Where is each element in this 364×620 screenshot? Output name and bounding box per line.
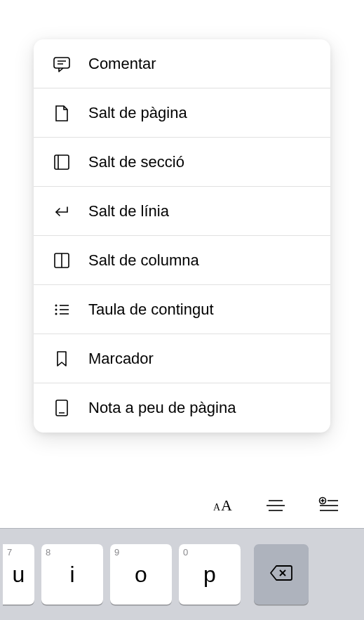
menu-item-column-break[interactable]: Salt de columna — [34, 236, 330, 285]
page-break-icon — [50, 102, 73, 124]
svg-point-9 — [55, 312, 58, 315]
menu-label: Salt de columna — [88, 251, 199, 270]
menu-label: Nota a peu de pàgina — [88, 399, 236, 417]
insert-button[interactable] — [314, 490, 344, 521]
menu-item-footnote[interactable]: Nota a peu de pàgina — [34, 383, 330, 433]
key-hint: 7 — [7, 547, 12, 558]
insert-menu-popover: Comentar Salt de pàgina Salt de secció S… — [34, 39, 330, 433]
key-letter: u — [13, 562, 25, 588]
menu-item-comment[interactable]: Comentar — [34, 39, 330, 88]
svg-text:A: A — [221, 496, 232, 514]
footnote-icon — [50, 397, 73, 419]
menu-item-bookmark[interactable]: Marcador — [34, 334, 330, 383]
backspace-icon — [269, 563, 294, 586]
svg-rect-0 — [54, 58, 69, 68]
comment-icon — [50, 53, 73, 75]
key-letter: o — [135, 562, 147, 588]
key-u[interactable]: 7 u — [3, 544, 34, 605]
key-hint: 0 — [183, 547, 188, 558]
svg-text:A: A — [213, 502, 221, 513]
key-o[interactable]: 9 o — [110, 544, 172, 605]
toc-icon — [50, 298, 73, 321]
menu-label: Salt de pàgina — [88, 104, 187, 122]
line-break-icon — [50, 200, 73, 223]
key-letter: i — [69, 562, 74, 588]
paragraph-button[interactable] — [260, 490, 291, 521]
svg-point-8 — [55, 308, 58, 310]
menu-label: Comentar — [88, 55, 156, 73]
backspace-key[interactable] — [254, 544, 309, 605]
column-break-icon — [50, 249, 73, 272]
key-i[interactable]: 8 i — [41, 544, 103, 605]
bookmark-icon — [50, 348, 73, 370]
menu-label: Salt de secció — [88, 153, 184, 171]
svg-rect-3 — [55, 155, 69, 169]
menu-label: Marcador — [88, 350, 154, 368]
menu-label: Salt de línia — [88, 202, 169, 220]
key-letter: p — [203, 562, 216, 588]
key-p[interactable]: 0 p — [179, 544, 241, 605]
section-break-icon — [50, 151, 73, 173]
key-hint: 9 — [114, 547, 119, 558]
menu-item-page-break[interactable]: Salt de pàgina — [34, 88, 330, 138]
text-format-button[interactable]: AA — [207, 490, 238, 521]
menu-item-section-break[interactable]: Salt de secció — [34, 138, 330, 187]
svg-point-7 — [55, 304, 58, 306]
menu-label: Taula de contingut — [88, 301, 214, 319]
keyboard-row: 7 u 8 i 9 o 0 p — [0, 528, 364, 620]
format-toolbar: AA — [0, 484, 364, 527]
menu-item-toc[interactable]: Taula de contingut — [34, 285, 330, 334]
menu-item-line-break[interactable]: Salt de línia — [34, 187, 330, 236]
key-hint: 8 — [46, 547, 50, 558]
